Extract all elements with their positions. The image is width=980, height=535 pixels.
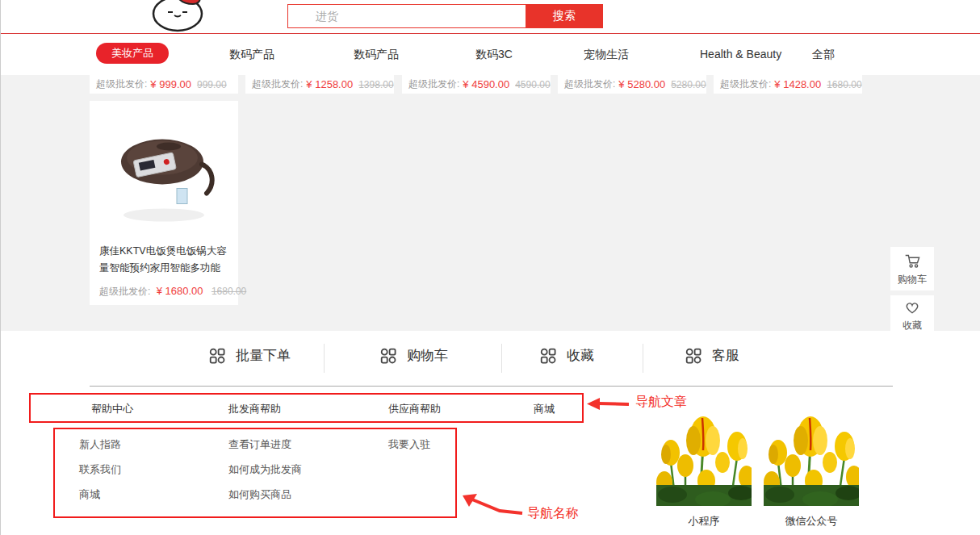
price-value: ¥ 5280.00	[618, 78, 665, 90]
product-title: 康佳KKTV电饭煲电饭锅大容量智能预约家用智能多功能煮饭锅...	[99, 243, 230, 277]
search-input[interactable]	[287, 4, 526, 28]
product-card-partial[interactable]: 超级批发价: ¥ 1428.00 1680.00	[714, 75, 862, 94]
grid-icon	[209, 348, 225, 364]
product-card-partial[interactable]: 超级批发价: ¥ 4590.00 4590.00	[402, 75, 551, 94]
quick-action-batch-order[interactable]: 批量下单	[209, 346, 291, 365]
footer-link[interactable]: 商城	[79, 487, 100, 502]
price-value: ¥ 1258.00	[306, 78, 353, 90]
page: 搜索 美妆产品 数码产品 数码产品 数码3C 宠物生活 Health & Bea…	[0, 0, 980, 535]
grid-icon	[380, 348, 396, 364]
footer-nav-links-box: 新人指路 联系我们 商城 查看订单进度 如何成为批发商 如何购买商品 我要入驻	[53, 428, 457, 518]
heart-icon	[903, 299, 921, 316]
footer-link[interactable]: 如何购买商品	[228, 487, 291, 502]
annotation-nav-names: 导航名称	[527, 505, 579, 522]
product-image	[99, 106, 228, 239]
divider	[501, 344, 502, 373]
float-cart-label: 购物车	[898, 273, 927, 286]
main-content: 超级批发价: ¥ 999.00 999.00 超级批发价: ¥ 1258.00 …	[1, 75, 980, 331]
wechat-official-label: 微信公众号	[764, 514, 859, 529]
footer-link[interactable]: 我要入驻	[388, 437, 430, 452]
price-original: 1680.00	[211, 286, 246, 297]
product-card-partial[interactable]: 超级批发价: ¥ 5280.00 5280.00	[558, 75, 706, 94]
quick-action-label: 收藏	[567, 346, 594, 365]
price-label: 超级批发价:	[252, 77, 303, 91]
product-card[interactable]: 康佳KKTV电饭煲电饭锅大容量智能预约家用智能多功能煮饭锅... 超级批发价: …	[90, 101, 238, 305]
footer-header-wholesaler[interactable]: 批发商帮助	[228, 402, 281, 416]
header: 搜索	[1, 0, 980, 34]
price-label: 超级批发价:	[96, 77, 147, 91]
quick-action-favorites[interactable]: 收藏	[540, 346, 594, 365]
nav-tab[interactable]: 数码产品	[229, 48, 274, 62]
category-nav: 美妆产品 数码产品 数码产品 数码3C 宠物生活 Health & Beauty…	[1, 35, 980, 75]
product-card-partial[interactable]: 超级批发价: ¥ 999.00 999.00	[90, 75, 238, 94]
footer-link[interactable]: 查看订单进度	[228, 437, 291, 452]
annotation-arrow-left-icon	[585, 395, 632, 413]
float-favorites-button[interactable]: 收藏	[890, 295, 934, 336]
quick-action-service[interactable]: 客服	[685, 346, 739, 365]
quick-action-label: 购物车	[407, 346, 448, 365]
nav-tab[interactable]: 宠物生活	[584, 48, 629, 62]
footer-header-supplier[interactable]: 供应商帮助	[388, 402, 441, 416]
footer-link[interactable]: 新人指路	[79, 437, 121, 452]
price-value: ¥ 1680.00	[157, 285, 203, 297]
quick-action-label: 客服	[712, 346, 739, 365]
annotation-arrow-upleft-icon	[461, 489, 526, 518]
footer-link[interactable]: 联系我们	[79, 462, 121, 477]
float-cart-button[interactable]: 购物车	[890, 247, 934, 290]
price-original: 4590.00	[515, 79, 550, 90]
nav-tab[interactable]: 数码3C	[475, 48, 513, 62]
price-label: 超级批发价:	[720, 77, 771, 91]
footer-link[interactable]: 如何成为批发商	[228, 462, 302, 477]
price-original: 1398.00	[358, 79, 393, 90]
price-original: 1680.00	[827, 79, 861, 90]
quick-action-label: 批量下单	[236, 346, 291, 365]
nav-tab[interactable]: 全部	[812, 48, 835, 62]
grid-icon	[685, 348, 701, 364]
divider	[90, 386, 893, 387]
price-original: 5280.00	[671, 79, 706, 90]
divider	[324, 344, 325, 373]
footer-header-mall[interactable]: 商城	[534, 402, 555, 416]
price-label: 超级批发价:	[99, 286, 150, 297]
price-value: ¥ 999.00	[150, 78, 191, 90]
quick-action-cart[interactable]: 购物车	[380, 346, 448, 365]
price-label: 超级批发价:	[564, 77, 615, 91]
miniprogram-label: 小程序	[656, 514, 752, 529]
nav-tab[interactable]: Health & Beauty	[700, 48, 781, 61]
nav-tab-active[interactable]: 美妆产品	[96, 43, 169, 64]
search-button[interactable]: 搜索	[526, 4, 603, 28]
product-price-row: 超级批发价: ¥ 1680.00 1680.00	[99, 285, 246, 299]
wechat-official-image	[764, 406, 859, 506]
footer-nav-headers-box: 帮助中心 批发商帮助 供应商帮助 商城	[29, 393, 584, 423]
price-label: 超级批发价:	[408, 77, 459, 91]
miniprogram-image	[656, 406, 752, 506]
product-card-partial[interactable]: 超级批发价: ¥ 1258.00 1398.00	[245, 75, 394, 94]
divider	[643, 344, 643, 373]
nav-tab[interactable]: 数码产品	[354, 48, 399, 62]
price-original: 999.00	[197, 79, 227, 90]
footer: 批量下单 购物车 收藏 客服 帮助中心 批发商帮助 供应商帮助 商城 导航	[1, 331, 980, 535]
footer-header-help[interactable]: 帮助中心	[91, 402, 133, 416]
mascot-logo-icon	[149, 0, 208, 34]
grid-icon	[540, 348, 556, 364]
price-value: ¥ 4590.00	[463, 78, 509, 90]
price-value: ¥ 1428.00	[774, 78, 821, 90]
cart-icon	[903, 251, 922, 270]
